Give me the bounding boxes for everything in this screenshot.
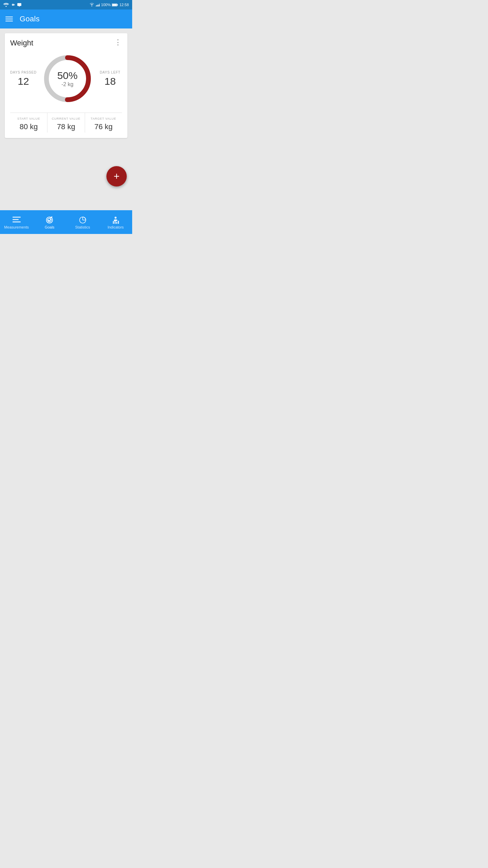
status-left-icons [3, 3, 22, 7]
svg-marker-7 [99, 3, 100, 6]
battery-percent: 100% [101, 3, 110, 7]
svg-rect-27 [118, 221, 119, 224]
start-value-label: START VALUE [12, 117, 46, 120]
days-left-info: DAYS LEFT 18 [98, 71, 122, 87]
donut-center: 50% -2 kg [57, 70, 78, 87]
nav-label-measurements: Measurements [4, 225, 29, 229]
nav-item-statistics[interactable]: Statistics [66, 214, 99, 229]
donut-sub: -2 kg [57, 81, 78, 87]
more-options-button[interactable]: ⋮ [114, 39, 122, 46]
goal-card-header: Weight ⋮ [10, 39, 122, 47]
days-passed-label: DAYS PASSED [10, 71, 37, 74]
svg-point-17 [46, 217, 53, 223]
svg-marker-6 [97, 4, 99, 6]
statistics-icon [78, 216, 87, 224]
donut-percent: 50% [57, 70, 78, 81]
app-bar: Goals [0, 9, 132, 28]
svg-marker-5 [96, 5, 97, 6]
svg-rect-3 [17, 3, 21, 6]
svg-point-4 [92, 6, 92, 6]
svg-rect-13 [13, 217, 21, 218]
status-right-icons: 100% 12:58 [89, 3, 129, 7]
svg-point-23 [115, 217, 117, 219]
start-value-cell: START VALUE 80 kg [10, 113, 47, 133]
measurements-icon [12, 216, 21, 224]
signal-bars-icon [96, 3, 100, 7]
current-value-label: CURRENT VALUE [49, 117, 83, 120]
wifi-icon [89, 3, 94, 7]
nav-label-goals: Goals [45, 225, 55, 229]
donut-chart: 50% -2 kg [40, 52, 95, 106]
page-title: Goals [20, 15, 40, 23]
svg-rect-25 [115, 220, 116, 224]
message-icon [17, 3, 22, 7]
target-value-number: 76 kg [86, 122, 121, 131]
svg-rect-14 [13, 219, 19, 220]
svg-point-2 [13, 4, 15, 6]
svg-rect-26 [116, 222, 117, 224]
nav-item-measurements[interactable]: Measurements [0, 214, 33, 229]
svg-rect-15 [13, 221, 21, 222]
target-value-label: TARGET VALUE [86, 117, 121, 120]
nav-label-indicators: Indicators [107, 225, 124, 229]
days-passed-value: 12 [10, 76, 37, 87]
nav-label-statistics: Statistics [75, 225, 90, 229]
days-left-value: 18 [98, 76, 122, 87]
start-value-number: 80 kg [12, 122, 46, 131]
status-time: 12:58 [119, 3, 129, 7]
values-row: START VALUE 80 kg CURRENT VALUE 78 kg TA… [10, 113, 122, 133]
days-left-label: DAYS LEFT [98, 71, 122, 74]
signal-icon [3, 3, 9, 7]
svg-rect-9 [113, 4, 117, 5]
main-content: Weight ⋮ DAYS PASSED 12 50% -2 kg [0, 28, 132, 210]
svg-rect-10 [117, 4, 118, 5]
add-goal-fab[interactable]: + [106, 166, 127, 186]
status-bar: 100% 12:58 [0, 0, 132, 9]
nav-item-indicators[interactable]: Indicators [99, 214, 133, 229]
menu-button[interactable] [5, 17, 13, 21]
indicators-icon [111, 216, 120, 224]
battery-icon [112, 3, 118, 7]
weather-icon [11, 3, 15, 7]
current-value-cell: CURRENT VALUE 78 kg [47, 113, 85, 133]
current-value-number: 78 kg [49, 122, 83, 131]
svg-rect-24 [113, 221, 114, 224]
goals-icon [45, 216, 54, 224]
donut-section: DAYS PASSED 12 50% -2 kg DAYS LEFT [10, 52, 122, 106]
days-passed-info: DAYS PASSED 12 [10, 71, 37, 87]
target-value-cell: TARGET VALUE 76 kg [85, 113, 122, 133]
svg-point-0 [5, 6, 6, 7]
nav-item-goals[interactable]: Goals [33, 214, 66, 229]
goal-card-title: Weight [10, 39, 33, 47]
bottom-nav: Measurements Goals Statis [0, 210, 132, 234]
goal-card-weight: Weight ⋮ DAYS PASSED 12 50% -2 kg [5, 33, 127, 138]
fab-plus-icon: + [114, 171, 120, 181]
